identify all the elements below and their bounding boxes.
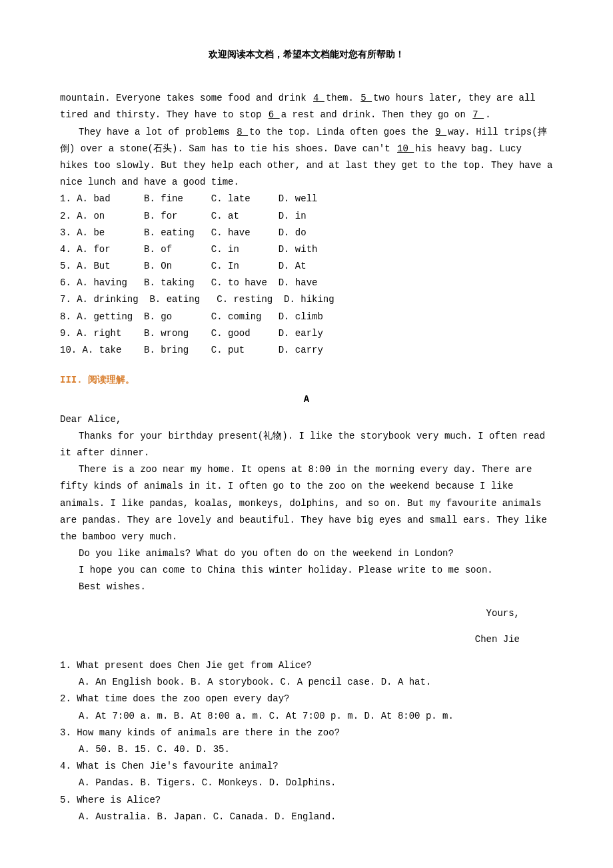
option-row: 1. A. bad B. fine C. late D. well bbox=[60, 191, 553, 207]
letter-greeting: Dear Alice, bbox=[60, 411, 553, 428]
cloze-paragraph-1: mountain. Everyone takes some food and d… bbox=[60, 90, 553, 123]
blank-7: 7 bbox=[471, 109, 485, 120]
option-row: 4. A. for B. of C. in D. with bbox=[60, 241, 553, 258]
letter-paragraph: I hope you can come to China this winter… bbox=[60, 562, 553, 579]
blank-5: 5 bbox=[359, 93, 373, 103]
question-options: A. An English book. B. A storybook. C. A… bbox=[79, 674, 553, 691]
text: them. bbox=[326, 93, 359, 103]
text: to the top. Linda often goes the bbox=[249, 127, 434, 137]
option-row: 9. A. right B. wrong C. good D. early bbox=[60, 325, 553, 342]
cloze-options: 1. A. bad B. fine C. late D. well 2. A. … bbox=[60, 191, 553, 359]
text: . bbox=[485, 109, 490, 120]
question-options: A. 50. B. 15. C. 40. D. 35. bbox=[79, 741, 553, 758]
blank-4: 4 bbox=[312, 93, 326, 103]
option-row: 6. A. having B. taking C. to have D. hav… bbox=[60, 275, 553, 291]
cloze-paragraph-2: They have a lot of problems 8 to the top… bbox=[60, 124, 553, 191]
question-options: A. Australia. B. Japan. C. Canada. D. En… bbox=[79, 809, 553, 825]
blank-10: 10 bbox=[396, 143, 415, 154]
letter-paragraph: Best wishes. bbox=[60, 579, 553, 595]
page-header: 欢迎阅读本文档，希望本文档能对您有所帮助！ bbox=[60, 47, 553, 63]
passage-label: A bbox=[60, 391, 553, 408]
option-row: 10. A. take B. bring C. put D. carry bbox=[60, 342, 553, 359]
question: 2. What time does the zoo open every day… bbox=[60, 691, 553, 707]
option-row: 2. A. on B. for C. at D. in bbox=[60, 208, 553, 225]
question: 4. What is Chen Jie's favourite animal? bbox=[60, 758, 553, 775]
letter-signature: Chen Jie bbox=[60, 631, 553, 648]
letter-paragraph: There is a zoo near my home. It opens at… bbox=[60, 461, 553, 545]
option-row: 7. A. drinking B. eating C. resting D. h… bbox=[60, 291, 553, 308]
blank-6: 6 bbox=[267, 109, 281, 120]
question: 1. What present does Chen Jie get from A… bbox=[60, 657, 553, 674]
text: mountain. Everyone takes some food and d… bbox=[60, 93, 312, 103]
blank-8: 8 bbox=[235, 127, 249, 137]
question: 5. Where is Alice? bbox=[60, 792, 553, 809]
question: 3. How many kinds of animals are there i… bbox=[60, 725, 553, 741]
blank-9: 9 bbox=[434, 127, 448, 137]
question-options: A. At 7:00 a. m. B. At 8:00 a. m. C. At … bbox=[79, 708, 553, 725]
option-row: 8. A. getting B. go C. coming D. climb bbox=[60, 309, 553, 325]
letter-paragraph: Do you like animals? What do you often d… bbox=[60, 545, 553, 562]
section-title-reading: III. 阅读理解。 bbox=[60, 372, 553, 389]
letter-signoff: Yours, bbox=[60, 605, 553, 622]
text: They have a lot of problems bbox=[79, 127, 235, 137]
text: a rest and drink. Then they go on bbox=[281, 109, 472, 120]
option-row: 3. A. be B. eating C. have D. do bbox=[60, 225, 553, 241]
question-options: A. Pandas. B. Tigers. C. Monkeys. D. Dol… bbox=[79, 775, 553, 791]
letter-paragraph: Thanks for your birthday present(礼物). I … bbox=[60, 428, 553, 461]
option-row: 5. A. But B. On C. In D. At bbox=[60, 258, 553, 275]
